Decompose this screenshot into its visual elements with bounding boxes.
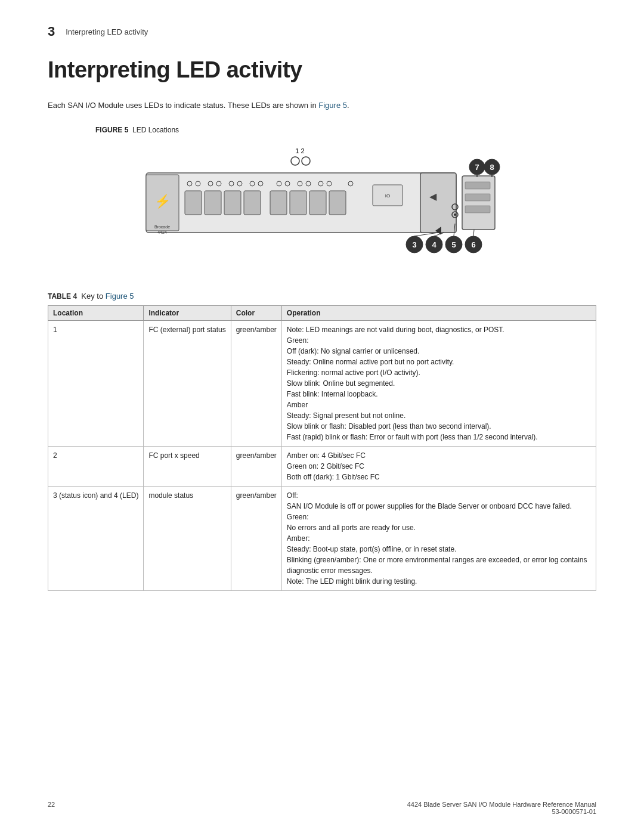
svg-text:1  2: 1 2 [295, 147, 304, 154]
intro-paragraph: Each SAN I/O Module uses LEDs to indicat… [48, 100, 596, 112]
page-header: 3 Interpreting LED activity [48, 24, 596, 39]
cell-location: 1 [48, 320, 144, 446]
footer-page-num: 22 [48, 801, 55, 815]
footer-doc-num: 53-0000571-01 [407, 808, 596, 815]
figure-label-title: LED Locations [132, 126, 179, 134]
svg-text:IO: IO [385, 193, 390, 199]
svg-line-60 [473, 230, 474, 236]
svg-text:3: 3 [412, 240, 416, 249]
svg-point-1 [291, 157, 299, 165]
figure-label-number: FIGURE 5 [95, 126, 128, 134]
cell-indicator: FC port x speed [144, 446, 231, 486]
svg-text:4424: 4424 [157, 230, 167, 234]
col-header-indicator: Indicator [144, 305, 231, 320]
intro-text: Each SAN I/O Module uses LEDs to indicat… [48, 101, 318, 110]
svg-text:6: 6 [471, 240, 475, 249]
svg-rect-25 [224, 191, 241, 215]
figure-label: FIGURE 5 LED Locations [95, 126, 596, 134]
col-header-color: Color [231, 305, 281, 320]
svg-rect-28 [290, 191, 306, 215]
svg-rect-30 [329, 191, 346, 215]
svg-rect-33 [420, 173, 456, 233]
svg-point-47 [454, 213, 456, 216]
svg-rect-37 [465, 194, 490, 201]
figure-container: 1 2 ⚡ Brocade 4424 [48, 140, 596, 277]
cell-color: green/amber [231, 446, 281, 486]
table-row: 1FC (external) port statusgreen/amberNot… [48, 320, 596, 446]
table-row: 2FC port x speedgreen/amberAmber on: 4 G… [48, 446, 596, 486]
svg-text:Brocade: Brocade [154, 225, 170, 229]
svg-rect-36 [465, 182, 490, 189]
cell-indicator: FC (external) port status [144, 320, 231, 446]
svg-rect-29 [309, 191, 326, 215]
intro-text-end: . [347, 101, 349, 110]
cell-location: 2 [48, 446, 144, 486]
cell-color: green/amber [231, 486, 281, 590]
cell-operation: Amber on: 4 Gbit/sec FC Green on: 2 Gbit… [281, 446, 596, 486]
figure5-link[interactable]: Figure 5 [318, 101, 347, 110]
svg-text:5: 5 [451, 240, 456, 249]
footer-doc-title: 4424 Blade Server SAN I/O Module Hardwar… [407, 801, 596, 808]
led-diagram: 1 2 ⚡ Brocade 4424 [98, 140, 546, 277]
cell-indicator: module status [144, 486, 231, 590]
svg-rect-26 [244, 191, 261, 215]
table-figure-link[interactable]: Figure 5 [106, 292, 134, 301]
chapter-number: 3 [48, 24, 55, 39]
cell-operation: Note: LED meanings are not valid during … [281, 320, 596, 446]
svg-line-57 [414, 233, 438, 236]
svg-point-2 [302, 157, 310, 165]
svg-text:8: 8 [490, 163, 494, 172]
svg-rect-23 [185, 191, 202, 215]
table-row: 3 (status icon) and 4 (LED)module status… [48, 486, 596, 590]
svg-rect-27 [270, 191, 287, 215]
chapter-title: Interpreting LED activity [66, 27, 148, 36]
page-footer: 22 4424 Blade Server SAN I/O Module Hard… [48, 801, 596, 815]
table-label: TABLE 4 Key to Figure 5 [48, 292, 596, 301]
cell-color: green/amber [231, 320, 281, 446]
svg-text:◀: ◀ [429, 191, 437, 202]
cell-location: 3 (status icon) and 4 (LED) [48, 486, 144, 590]
svg-text:⚡: ⚡ [154, 193, 171, 209]
svg-rect-24 [205, 191, 221, 215]
cell-operation: Off: SAN I/O Module is off or power supp… [281, 486, 596, 590]
table-key-prefix: Key to [81, 292, 105, 301]
table-label-number: TABLE 4 [48, 292, 77, 301]
page-title: Interpreting LED activity [48, 57, 596, 83]
svg-text:4: 4 [432, 240, 436, 249]
svg-text:7: 7 [475, 163, 479, 172]
svg-rect-38 [465, 206, 490, 213]
col-header-location: Location [48, 305, 144, 320]
led-table: Location Indicator Color Operation 1FC (… [48, 305, 596, 591]
col-header-operation: Operation [281, 305, 596, 320]
